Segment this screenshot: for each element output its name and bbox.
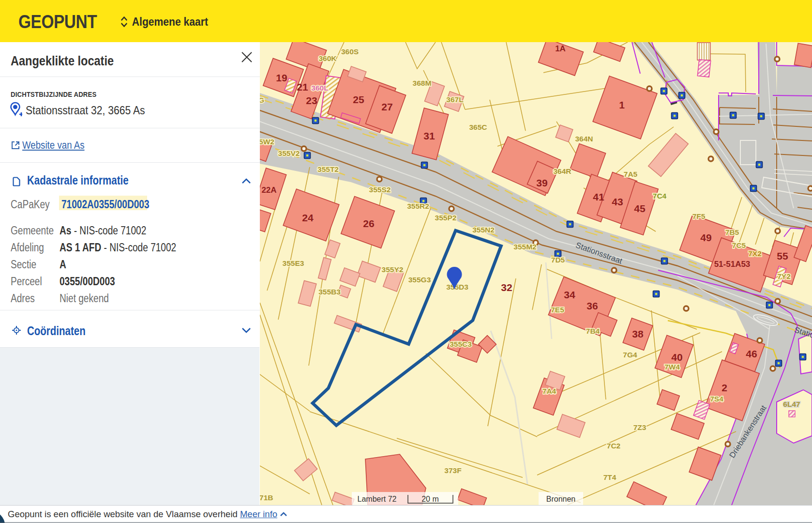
svg-text:7W4: 7W4 (664, 363, 680, 371)
svg-text:364R: 364R (553, 167, 571, 175)
svg-text:355T2: 355T2 (317, 165, 339, 173)
svg-text:355E3: 355E3 (283, 259, 304, 267)
svg-text:24: 24 (302, 212, 314, 223)
svg-text:7E5: 7E5 (551, 306, 564, 314)
svg-text:7C5: 7C5 (732, 241, 746, 249)
svg-text:368M: 368M (413, 79, 432, 87)
svg-text:367L: 367L (446, 95, 463, 104)
svg-text:355D3: 355D3 (446, 283, 468, 291)
svg-text:7B4: 7B4 (586, 327, 600, 335)
svg-text:360S: 360S (341, 47, 359, 56)
svg-text:364N: 364N (575, 135, 593, 143)
svg-text:355C3: 355C3 (450, 340, 472, 348)
svg-text:26: 26 (363, 218, 374, 229)
svg-text:32: 32 (501, 282, 512, 293)
svg-text:21: 21 (297, 81, 308, 92)
svg-text:36: 36 (586, 300, 598, 311)
svg-text:Lambert 72: Lambert 72 (358, 495, 397, 503)
svg-text:25: 25 (353, 94, 364, 105)
svg-text:G: G (260, 96, 264, 104)
svg-text:7Y2: 7Y2 (777, 272, 791, 280)
svg-text:7C4: 7C4 (653, 192, 667, 200)
svg-text:355R2: 355R2 (407, 202, 429, 210)
svg-text:360K: 360K (318, 54, 337, 62)
svg-text:6L47: 6L47 (783, 400, 800, 408)
svg-text:7B5: 7B5 (725, 228, 739, 236)
svg-text:1A: 1A (555, 44, 566, 53)
svg-text:22A: 22A (261, 185, 276, 195)
svg-text:41: 41 (593, 191, 604, 202)
svg-text:355Y2: 355Y2 (382, 265, 404, 274)
svg-text:355V2: 355V2 (278, 149, 300, 157)
svg-text:23: 23 (306, 95, 317, 106)
svg-text:Bronnen: Bronnen (546, 495, 576, 503)
svg-text:7A5: 7A5 (624, 170, 638, 178)
svg-text:7A4: 7A4 (542, 387, 556, 395)
svg-text:39: 39 (536, 177, 547, 188)
svg-text:355P2: 355P2 (435, 214, 457, 222)
svg-text:355M2: 355M2 (513, 243, 536, 251)
svg-text:31: 31 (423, 130, 435, 141)
svg-text:7S4: 7S4 (710, 395, 723, 403)
svg-text:371B: 371B (260, 493, 273, 502)
svg-text:7F5: 7F5 (692, 212, 706, 220)
svg-text:365C: 365C (469, 123, 487, 131)
svg-text:7D5: 7D5 (551, 256, 565, 264)
svg-text:27: 27 (381, 101, 392, 112)
svg-text:43: 43 (612, 196, 623, 207)
svg-text:34: 34 (564, 289, 575, 300)
svg-text:7X2: 7X2 (748, 249, 762, 258)
svg-text:55: 55 (777, 250, 788, 262)
svg-text:40: 40 (671, 352, 682, 363)
svg-text:38: 38 (632, 328, 644, 339)
svg-text:49: 49 (700, 232, 711, 243)
svg-text:46: 46 (746, 348, 757, 359)
svg-text:373F: 373F (444, 466, 461, 475)
svg-text:19: 19 (276, 72, 287, 83)
svg-text:360L: 360L (311, 84, 328, 92)
svg-text:7G4: 7G4 (623, 351, 637, 359)
svg-text:355S2: 355S2 (369, 185, 391, 194)
svg-text:7Z3: 7Z3 (633, 423, 647, 431)
svg-text:45: 45 (634, 203, 646, 214)
svg-text:20 m: 20 m (421, 495, 439, 503)
svg-text:1: 1 (619, 99, 625, 110)
svg-text:355N2: 355N2 (472, 226, 495, 234)
svg-text:355G3: 355G3 (408, 276, 431, 284)
svg-text:7T4: 7T4 (603, 473, 617, 481)
svg-text:355B3: 355B3 (318, 288, 341, 296)
svg-text:5W2: 5W2 (260, 138, 274, 146)
svg-text:2: 2 (722, 382, 727, 393)
svg-text:51-51A53: 51-51A53 (714, 260, 751, 269)
svg-text:7C2: 7C2 (607, 442, 620, 450)
